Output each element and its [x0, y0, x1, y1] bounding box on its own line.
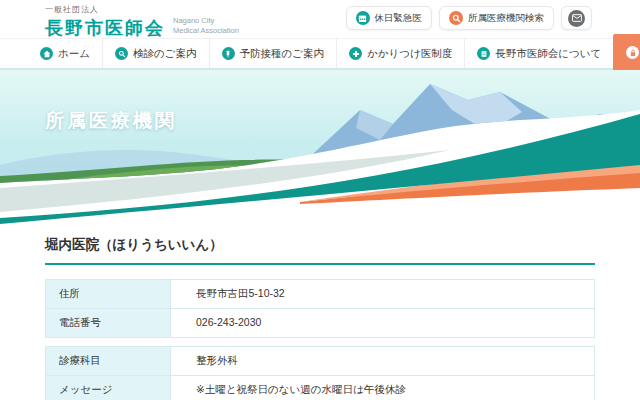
org-type-label: 一般社団法人: [45, 4, 239, 15]
holiday-emergency-label: 休日緊急医: [375, 12, 423, 25]
institution-search-button[interactable]: 所属医療機関検索: [439, 6, 554, 30]
nav-item-member-page[interactable]: 会員ページ: [613, 34, 640, 71]
doctor-icon: [349, 47, 362, 60]
row-value: 026-243-2030: [171, 309, 595, 338]
table-row: 住所 長野市吉田5-10-32: [46, 280, 595, 309]
row-label: 住所: [46, 280, 171, 309]
nav-label: 予防接種のご案内: [240, 47, 325, 61]
row-label: メッセージ: [46, 376, 171, 400]
checkup-icon: [115, 47, 128, 60]
header-buttons: 休日緊急医 所属医療機関検索: [346, 6, 593, 30]
holiday-emergency-button[interactable]: 休日緊急医: [346, 6, 433, 30]
vaccine-icon: [222, 47, 235, 60]
hero-banner: 所属医療機関: [0, 70, 640, 232]
institution-search-label: 所属医療機関検索: [468, 12, 544, 25]
nav-label: 検診のご案内: [133, 47, 197, 61]
nav-label: 長野市医師会について: [495, 47, 601, 61]
about-icon: [477, 47, 490, 60]
table-row: 電話番号 026-243-2030: [46, 309, 595, 338]
message-note: ※土曜と祝祭日のない週の水曜日は午後休診: [196, 383, 594, 396]
clinic-detail-table: 診療科目 整形外科 メッセージ ※土曜と祝祭日のない週の水曜日は午後休診 ● 当…: [45, 346, 595, 400]
mail-icon: [568, 10, 585, 27]
org-name-english: Nagano City Medical Association: [173, 16, 239, 37]
header: 一般社団法人 長野市医師会 Nagano City Medical Associ…: [0, 0, 640, 38]
nav-item-about[interactable]: 長野市医師会について: [464, 39, 613, 68]
mountain-hero-graphic: [0, 70, 640, 232]
clinic-name-heading: 堀内医院（ほりうちいいん）: [45, 236, 595, 254]
table-row: 診療科目 整形外科: [46, 347, 595, 376]
nav-item-vaccination[interactable]: 予防接種のご案内: [209, 39, 337, 68]
heading-rule: [45, 263, 595, 265]
page-title: 所属医療機関: [45, 108, 177, 134]
row-label: 診療科目: [46, 347, 171, 376]
row-label: 電話番号: [46, 309, 171, 338]
org-name: 長野市医師会: [45, 19, 165, 37]
home-icon: [40, 47, 53, 60]
clinic-contact-table: 住所 長野市吉田5-10-32 電話番号 026-243-2030: [45, 279, 595, 338]
search-icon: [449, 11, 463, 25]
nav-item-home[interactable]: ホーム: [28, 39, 102, 68]
calendar-icon: [356, 11, 370, 25]
nav-item-family-doctor[interactable]: かかりつけ医制度: [336, 39, 464, 68]
nav-label: かかりつけ医制度: [367, 47, 452, 61]
contact-mail-button[interactable]: [561, 6, 592, 30]
site-logo[interactable]: 一般社団法人 長野市医師会 Nagano City Medical Associ…: [45, 4, 239, 37]
row-value: 整形外科: [171, 347, 595, 376]
row-value: 長野市吉田5-10-32: [171, 280, 595, 309]
nav-label: ホーム: [58, 47, 90, 61]
page: 一般社団法人 長野市医師会 Nagano City Medical Associ…: [0, 0, 640, 400]
table-row: メッセージ ※土曜と祝祭日のない週の水曜日は午後休診 ● 当院の診療科は「整形外…: [46, 376, 595, 400]
lock-icon: [626, 46, 639, 59]
clinic-message: ※土曜と祝祭日のない週の水曜日は午後休診 ● 当院の診療科は「整形外科」です。入…: [171, 376, 595, 400]
clinic-detail-section: 堀内医院（ほりうちいいん） 住所 長野市吉田5-10-32 電話番号 026-2…: [45, 236, 595, 400]
nav-item-checkup[interactable]: 検診のご案内: [102, 39, 209, 68]
main-nav: ホーム 検診のご案内 予防接種のご案内 かかりつけ医制度 長野市医師会について: [0, 38, 640, 70]
